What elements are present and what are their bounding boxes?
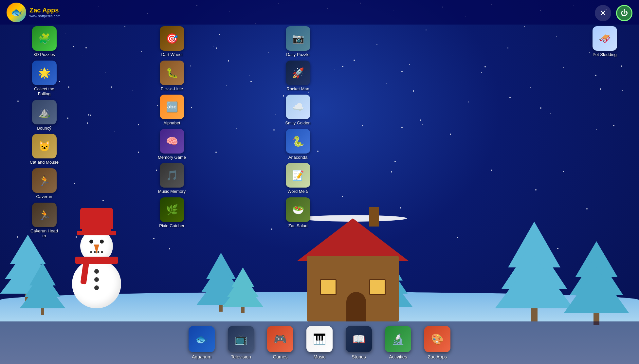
app-item-daily-puzzle[interactable]: 📷 Daily Puzzle xyxy=(283,26,313,57)
app-label-caverun-head: Caverun Head to xyxy=(29,228,59,239)
taskbar-item-activities[interactable]: 🔬 Activities xyxy=(385,326,411,359)
app-label-anaconda: Anaconda xyxy=(288,155,308,160)
header: 🐟 Zac Apps www.softpedia.com xyxy=(0,0,639,25)
app-label-music-memory: Music Memory xyxy=(158,189,186,194)
app-icon-dart-wheel: 🎯 xyxy=(160,26,184,51)
deco-tree-right-1 xyxy=(495,222,574,321)
close-button[interactable]: ✕ xyxy=(595,5,611,21)
snowman-eye-right xyxy=(100,240,104,244)
house xyxy=(297,230,409,321)
taskbar-item-television[interactable]: 📺 Television xyxy=(228,326,254,359)
power-button[interactable]: ⏻ xyxy=(616,5,632,21)
snowman-body xyxy=(72,259,121,308)
app-item-bouncy[interactable]: ⛰️ Bouncy xyxy=(29,100,59,131)
app-icon-pet-sledding: 🛷 xyxy=(593,26,617,51)
app-item-smily-golden[interactable]: ☁️ Smily Golden xyxy=(283,95,313,126)
app-icon-collect-falling: 🌟 xyxy=(32,61,57,85)
app-icon-alphabet: 🔤 xyxy=(160,95,184,119)
app-icon-caverun-head: 🏃 xyxy=(32,203,57,227)
taskbar: 🐟 Aquarium 📺 Television 🎮 Games 🎹 Music … xyxy=(0,321,639,364)
app-item-dart-wheel[interactable]: 🎯 Dart Wheel xyxy=(157,26,187,57)
app-icon-smily-golden: ☁️ xyxy=(286,95,310,119)
app-item-3d-puzzles[interactable]: 🧩 3D Puzzles xyxy=(29,26,59,57)
taskbar-label-aquarium: Aquarium xyxy=(192,354,211,359)
softpedia-badge: www.softpedia.com xyxy=(29,14,61,18)
header-brand: Zac Apps www.softpedia.com xyxy=(29,7,61,18)
taskbar-item-music[interactable]: 🎹 Music xyxy=(306,326,333,359)
snowman-scarf xyxy=(75,257,118,264)
taskbar-item-aquarium[interactable]: 🐟 Aquarium xyxy=(189,326,215,359)
top-right-controls: ✕ ⏻ xyxy=(595,5,632,21)
app-item-pick-little[interactable]: 🐛 Pick-a-Little xyxy=(157,61,187,92)
app-label-3d-puzzles: 3D Puzzles xyxy=(33,52,55,57)
house-window-right xyxy=(369,279,386,295)
app-item-word-me[interactable]: 📝 Word Me 5 xyxy=(283,163,313,194)
house-door xyxy=(346,292,366,321)
taskbar-icon-aquarium: 🐟 xyxy=(189,326,215,352)
deco-tree-mid-2 xyxy=(223,267,263,313)
app-icon-word-me: 📝 xyxy=(286,163,310,188)
app-label-rocket-man: Rocket Man xyxy=(286,86,309,92)
app-label-alphabet: Alphabet xyxy=(163,120,180,126)
app-icon-anaconda: 🐍 xyxy=(286,129,310,154)
app-label-collect-falling: Collect the Falling xyxy=(29,86,59,97)
taskbar-item-zac-apps[interactable]: 🎨 Zac Apps xyxy=(424,326,450,359)
app-icon-pixie-catcher: 🌿 xyxy=(160,197,184,222)
app-grid-mid: 🎯 Dart Wheel 🐛 Pick-a-Little 🔤 Alphabet … xyxy=(157,26,187,228)
app-icon-music-memory: 🎵 xyxy=(160,163,184,188)
taskbar-label-zac-apps: Zac Apps xyxy=(428,354,447,359)
app-item-pixie-catcher[interactable]: 🌿 Pixie Catcher xyxy=(157,197,187,228)
deco-tree-right-2 xyxy=(564,241,629,325)
app-item-collect-falling[interactable]: 🌟 Collect the Falling xyxy=(29,61,59,97)
app-grid-right: 📷 Daily Puzzle 🚀 Rocket Man ☁️ Smily Gol… xyxy=(283,26,313,228)
app-item-memory-game[interactable]: 🧠 Memory Game xyxy=(157,129,187,160)
app-icon-memory-game: 🧠 xyxy=(160,129,184,154)
app-grid-left: 🧩 3D Puzzles 🌟 Collect the Falling ⛰️ Bo… xyxy=(29,26,59,239)
app-item-zac-salad[interactable]: 🥗 Zac Salad xyxy=(283,197,313,228)
app-item-pet-sledding[interactable]: 🛷 Pet Sledding xyxy=(590,26,619,57)
taskbar-icon-activities: 🔬 xyxy=(385,326,411,352)
taskbar-label-stories: Stories xyxy=(352,354,366,359)
app-item-music-memory[interactable]: 🎵 Music Memory xyxy=(157,163,187,194)
app-icon-pick-little: 🐛 xyxy=(160,61,184,85)
taskbar-label-games: Games xyxy=(273,354,287,359)
taskbar-label-activities: Activities xyxy=(389,354,407,359)
taskbar-icon-stories: 📖 xyxy=(346,326,372,352)
taskbar-label-music: Music xyxy=(314,354,326,359)
app-label-daily-puzzle: Daily Puzzle xyxy=(286,52,310,57)
app-label-zac-salad: Zac Salad xyxy=(288,223,308,228)
app-icon-caverun: 🏃 xyxy=(32,168,57,193)
house-window-left xyxy=(320,279,337,295)
logo-fish: 🐟 xyxy=(11,7,22,18)
app-label-bouncy: Bouncy xyxy=(37,126,51,131)
app-item-caverun[interactable]: 🏃 Caverun xyxy=(29,168,59,199)
app-icon-bouncy: ⛰️ xyxy=(32,100,57,124)
taskbar-icon-zac-apps: 🎨 xyxy=(424,326,450,352)
logo: 🐟 xyxy=(7,3,26,22)
app-icon-rocket-man: 🚀 xyxy=(286,61,310,85)
app-icon-3d-puzzles: 🧩 xyxy=(32,26,57,51)
taskbar-item-stories[interactable]: 📖 Stories xyxy=(346,326,372,359)
app-item-rocket-man[interactable]: 🚀 Rocket Man xyxy=(283,61,313,92)
app-label-dart-wheel: Dart Wheel xyxy=(161,52,182,57)
app-label-pet-sledding: Pet Sledding xyxy=(593,52,617,57)
app-icon-cat-mouse: 🐱 xyxy=(32,134,57,158)
app-label-pixie-catcher: Pixie Catcher xyxy=(159,223,184,228)
app-label-memory-game: Memory Game xyxy=(158,155,186,160)
app-label-word-me: Word Me 5 xyxy=(287,189,308,194)
app-far-right: 🛷 Pet Sledding xyxy=(590,26,619,57)
app-item-anaconda[interactable]: 🐍 Anaconda xyxy=(283,129,313,160)
snowman-eye-left xyxy=(89,240,93,244)
app-label-pick-little: Pick-a-Little xyxy=(161,86,183,92)
brand-name: Zac Apps xyxy=(29,7,61,14)
taskbar-icon-music: 🎹 xyxy=(306,326,333,352)
app-icon-zac-salad: 🥗 xyxy=(286,197,310,222)
snowman xyxy=(72,228,121,308)
taskbar-icon-television: 📺 xyxy=(228,326,254,352)
app-icon-daily-puzzle: 📷 xyxy=(286,26,310,51)
app-item-cat-mouse[interactable]: 🐱 Cat and Mouse xyxy=(29,134,59,165)
app-item-caverun-head[interactable]: 🏃 Caverun Head to xyxy=(29,203,59,239)
snowman-mouth xyxy=(90,251,103,253)
app-item-alphabet[interactable]: 🔤 Alphabet xyxy=(157,95,187,126)
taskbar-item-games[interactable]: 🎮 Games xyxy=(267,326,293,359)
